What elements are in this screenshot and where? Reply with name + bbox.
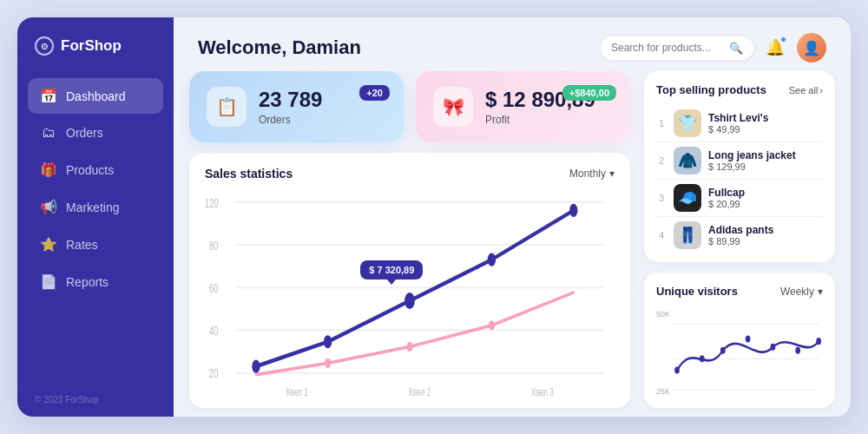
- top-selling-title: Top selling products: [656, 83, 766, 96]
- product-name-2: Long jeans jacket: [708, 149, 796, 161]
- sales-chart-section: Sales statistics Monthly ▾: [189, 153, 630, 408]
- product-item-1: 1 👕 Tshirt Levi's $ 49,99: [656, 105, 823, 142]
- avatar[interactable]: 👤: [797, 33, 826, 62]
- product-details-3: Fullcap $ 20,99: [708, 187, 745, 209]
- svg-text:80: 80: [209, 239, 218, 253]
- product-list: 1 👕 Tshirt Levi's $ 49,99 2 🧥 Long je: [656, 105, 823, 253]
- sidebar-item-products[interactable]: 🎁 Products: [28, 152, 163, 187]
- product-img-1: 👕: [674, 109, 701, 137]
- product-details-2: Long jeans jacket $ 129,99: [708, 149, 796, 172]
- product-item-2: 2 🧥 Long jeans jacket $ 129,99: [656, 142, 823, 180]
- svg-text:40: 40: [209, 324, 218, 339]
- chevron-right-icon: ›: [819, 85, 823, 95]
- svg-text:60: 60: [209, 281, 218, 296]
- header: Welcome, Damian 🔍 🔔 👤: [174, 17, 851, 71]
- profit-card: 🎀 $ 12 890,89 Profit +$840,00: [416, 71, 630, 142]
- product-img-3: 🧢: [674, 184, 701, 212]
- product-img-2: 🧥: [674, 147, 701, 174]
- product-img-4: 👖: [674, 221, 701, 249]
- products-icon: 🎁: [40, 161, 57, 178]
- rates-icon: ⭐: [40, 236, 57, 253]
- sidebar-item-label: Products: [66, 163, 114, 177]
- svg-text:Квел 2: Квел 2: [409, 385, 431, 398]
- sidebar-item-label: Rates: [66, 238, 98, 252]
- svg-point-12: [404, 293, 415, 309]
- product-details-4: Adidas pants $ 89,99: [708, 224, 773, 247]
- dashboard-icon: 📅: [40, 88, 57, 104]
- product-item-4: 4 👖 Adidas pants $ 89,99: [656, 217, 823, 253]
- svg-point-25: [700, 355, 705, 362]
- profit-badge: +$840,00: [562, 85, 616, 101]
- profit-label: Profit: [485, 114, 595, 126]
- sidebar-item-dashboard[interactable]: 📅 Dashboard: [28, 78, 163, 114]
- visitor-y-labels: 50K 25K: [656, 306, 670, 399]
- product-name-1: Tshirt Levi's: [708, 112, 768, 124]
- search-icon: 🔍: [729, 42, 743, 55]
- chart-header: Sales statistics Monthly ▾: [205, 167, 615, 181]
- sidebar: ⊙ ForShop 📅 Dashboard 🗂 Orders 🎁 Product…: [17, 17, 174, 417]
- unique-visitors-section: Unique visitors Weekly ▾ 50K 25K: [644, 273, 835, 408]
- svg-point-17: [489, 320, 495, 330]
- orders-value: 23 789: [259, 88, 322, 112]
- sidebar-item-rates[interactable]: ⭐ Rates: [28, 227, 163, 262]
- svg-point-26: [720, 347, 726, 354]
- left-panel: 📋 23 789 Orders +20 🎀 $ 12 890,89 Profit: [189, 71, 630, 408]
- profit-card-icon: 🎀: [433, 87, 473, 127]
- orders-icon: 🗂: [40, 125, 57, 141]
- search-input[interactable]: [611, 42, 724, 54]
- orders-card-icon: 📋: [207, 87, 247, 127]
- chart-title: Sales statistics: [205, 167, 293, 181]
- see-all-button[interactable]: See all ›: [789, 85, 823, 95]
- svg-text:20: 20: [209, 366, 218, 381]
- product-price-2: $ 129,99: [708, 161, 796, 172]
- sidebar-item-marketing[interactable]: 📢 Marketing: [28, 189, 163, 225]
- reports-icon: 📄: [40, 273, 57, 290]
- chart-area: 120 80 60 40 20: [205, 186, 615, 399]
- svg-text:Квел 3: Квел 3: [532, 385, 554, 398]
- top-selling-header: Top selling products See all ›: [656, 83, 823, 96]
- svg-point-15: [325, 358, 331, 368]
- product-item-3: 3 🧢 Fullcap $ 20,99: [656, 180, 823, 217]
- main-content: Welcome, Damian 🔍 🔔 👤: [174, 17, 851, 417]
- sidebar-logo: ⊙ ForShop: [17, 17, 174, 71]
- product-rank-3: 3: [656, 193, 667, 203]
- svg-point-28: [771, 344, 776, 351]
- svg-point-14: [569, 204, 577, 217]
- chart-filter[interactable]: Monthly ▾: [569, 168, 615, 180]
- orders-card-info: 23 789 Orders: [259, 88, 322, 126]
- svg-text:120: 120: [205, 195, 219, 210]
- svg-point-16: [406, 342, 412, 352]
- sales-chart-svg: 120 80 60 40 20: [205, 186, 615, 399]
- product-price-4: $ 89,99: [708, 236, 773, 247]
- logo-icon: ⊙: [35, 36, 54, 56]
- svg-point-27: [746, 335, 751, 342]
- svg-point-11: [324, 335, 332, 348]
- sidebar-nav: 📅 Dashboard 🗂 Orders 🎁 Products 📢 Market…: [17, 71, 174, 383]
- chevron-down-icon: ▾: [609, 168, 615, 180]
- notification-button[interactable]: 🔔: [766, 38, 785, 57]
- notification-dot: [780, 36, 786, 43]
- visitors-filter[interactable]: Weekly ▾: [780, 286, 823, 298]
- orders-badge: +20: [359, 85, 390, 101]
- visitors-title: Unique visitors: [656, 285, 738, 298]
- search-box[interactable]: 🔍: [601, 36, 753, 60]
- svg-point-13: [488, 253, 496, 266]
- sidebar-item-label: Orders: [66, 126, 103, 140]
- product-name-3: Fullcap: [708, 187, 745, 199]
- product-price-1: $ 49,99: [708, 124, 768, 135]
- svg-point-30: [816, 338, 821, 345]
- page-title: Welcome, Damian: [198, 36, 361, 59]
- product-details-1: Tshirt Levi's $ 49,99: [708, 112, 768, 135]
- orders-card: 📋 23 789 Orders +20: [189, 71, 404, 142]
- svg-text:Квел 1: Квел 1: [286, 385, 308, 398]
- product-price-3: $ 20,99: [708, 199, 745, 209]
- sidebar-item-orders[interactable]: 🗂 Orders: [28, 115, 163, 150]
- visitor-chart-area: 50K 25K: [656, 306, 823, 399]
- svg-point-29: [795, 347, 800, 354]
- svg-point-24: [674, 367, 680, 374]
- visitor-chart-svg: [656, 306, 823, 399]
- sidebar-item-reports[interactable]: 📄 Reports: [28, 264, 163, 299]
- header-right: 🔍 🔔 👤: [601, 33, 826, 62]
- product-rank-4: 4: [656, 230, 667, 240]
- orders-label: Orders: [259, 114, 322, 126]
